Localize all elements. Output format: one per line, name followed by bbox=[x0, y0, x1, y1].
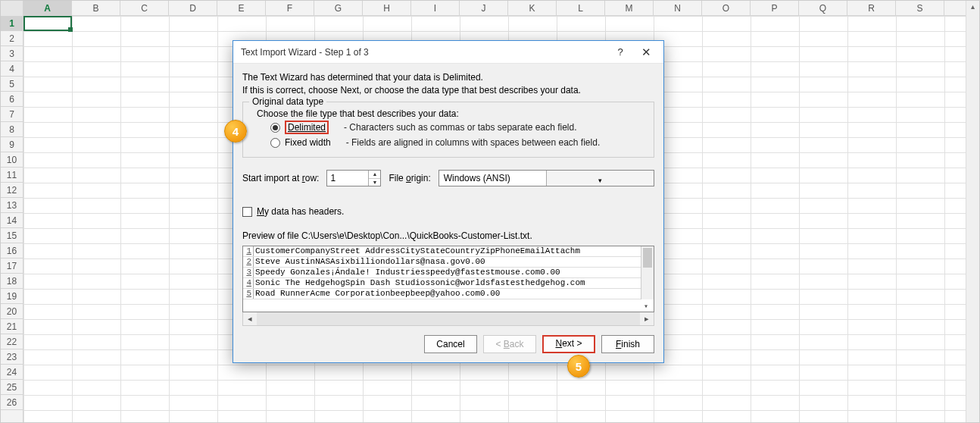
column-header-B[interactable]: B bbox=[72, 1, 120, 15]
cancel-button[interactable]: Cancel bbox=[424, 335, 477, 353]
column-header-I[interactable]: I bbox=[411, 1, 460, 15]
headers-checkbox[interactable] bbox=[242, 207, 252, 217]
radio-delimited-desc: - Characters such as commas or tabs sepa… bbox=[344, 122, 576, 133]
radio-delimited[interactable] bbox=[270, 123, 280, 133]
row-header-16[interactable]: 16 bbox=[1, 243, 23, 258]
row-headers: 1234567891011121314151617181920212223242… bbox=[1, 16, 23, 422]
column-header-G[interactable]: G bbox=[314, 1, 363, 15]
file-origin-label: File origin: bbox=[389, 173, 430, 183]
scroll-right-icon[interactable]: ▸ bbox=[640, 314, 654, 324]
start-row-label: Start import at row: bbox=[242, 173, 319, 183]
row-header-25[interactable]: 25 bbox=[1, 380, 23, 395]
row-header-14[interactable]: 14 bbox=[1, 213, 23, 228]
row-header-10[interactable]: 10 bbox=[1, 152, 23, 168]
row-header-8[interactable]: 8 bbox=[1, 122, 23, 137]
row-header-11[interactable]: 11 bbox=[1, 168, 23, 183]
row-header-15[interactable]: 15 bbox=[1, 228, 23, 243]
column-header-N[interactable]: N bbox=[654, 1, 702, 15]
preview-line: 5Road RunnerAcme Corporationbeepbeep@yah… bbox=[243, 289, 654, 299]
column-header-A[interactable]: A bbox=[23, 1, 72, 15]
dialog-titlebar[interactable]: Text Import Wizard - Step 1 of 3 ? ✕ bbox=[233, 41, 663, 64]
row-header-19[interactable]: 19 bbox=[1, 289, 23, 304]
group-legend: Original data type bbox=[249, 96, 326, 107]
start-row-input[interactable] bbox=[327, 171, 368, 186]
row-header-2[interactable]: 2 bbox=[1, 31, 23, 46]
column-header-S[interactable]: S bbox=[896, 1, 944, 15]
callout-badge-4: 4 bbox=[224, 120, 247, 143]
preview-line: 1CustomerCompanyStreet AddressCityStateC… bbox=[243, 246, 654, 257]
row-header-5[interactable]: 5 bbox=[1, 77, 23, 92]
column-header-L[interactable]: L bbox=[557, 1, 605, 15]
column-header-Q[interactable]: Q bbox=[799, 1, 847, 15]
column-header-R[interactable]: R bbox=[847, 1, 896, 15]
scroll-left-icon[interactable]: ◂ bbox=[243, 314, 257, 324]
finish-button[interactable]: Finish bbox=[601, 335, 654, 353]
row-header-21[interactable]: 21 bbox=[1, 319, 23, 334]
group-hint: Choose the file type that best describes… bbox=[249, 108, 648, 119]
intro-text-2: If this is correct, choose Next, or choo… bbox=[242, 85, 654, 96]
column-headers: ABCDEFGHIJKLMNOPQRS bbox=[1, 1, 979, 16]
radio-delimited-label[interactable]: Delimited bbox=[285, 121, 329, 134]
column-header-H[interactable]: H bbox=[363, 1, 411, 15]
file-origin-combo[interactable]: Windows (ANSI) ▾ bbox=[439, 170, 654, 186]
callout-badge-5: 5 bbox=[567, 355, 590, 378]
scroll-down-icon[interactable]: ▾ bbox=[644, 302, 648, 311]
preview-line: 4Sonic The HedgehogSpin Dash Studiossoni… bbox=[243, 278, 654, 289]
column-header-C[interactable]: C bbox=[120, 1, 169, 15]
text-import-wizard-dialog: Text Import Wizard - Step 1 of 3 ? ✕ The… bbox=[233, 40, 664, 363]
row-header-6[interactable]: 6 bbox=[1, 92, 23, 107]
column-header-E[interactable]: E bbox=[217, 1, 266, 15]
row-header-26[interactable]: 26 bbox=[1, 395, 23, 410]
spinner-up-icon[interactable]: ▲ bbox=[369, 171, 380, 179]
dialog-title: Text Import Wizard - Step 1 of 3 bbox=[241, 47, 607, 58]
column-header-O[interactable]: O bbox=[702, 1, 751, 15]
help-button[interactable]: ? bbox=[607, 46, 633, 58]
scroll-up-icon[interactable]: ▴ bbox=[966, 1, 979, 14]
column-header-M[interactable]: M bbox=[605, 1, 654, 15]
row-header-4[interactable]: 4 bbox=[1, 61, 23, 77]
row-header-12[interactable]: 12 bbox=[1, 183, 23, 198]
row-header-13[interactable]: 13 bbox=[1, 198, 23, 213]
row-header-1[interactable]: 1 bbox=[1, 16, 23, 31]
radio-fixed-desc: - Fields are aligned in columns with spa… bbox=[346, 137, 601, 148]
row-header-9[interactable]: 9 bbox=[1, 137, 23, 152]
column-header-K[interactable]: K bbox=[508, 1, 557, 15]
column-header-D[interactable]: D bbox=[169, 1, 217, 15]
original-data-type-group: Original data type Choose the file type … bbox=[242, 102, 654, 158]
vertical-scrollbar[interactable]: ▴ bbox=[966, 1, 979, 422]
column-header-P[interactable]: P bbox=[751, 1, 799, 15]
preview-vertical-scrollbar[interactable]: ▾ bbox=[641, 246, 654, 299]
headers-checkbox-label[interactable]: My data has headers. bbox=[257, 206, 344, 217]
radio-fixed-label[interactable]: Fixed width bbox=[285, 137, 331, 148]
preview-line: 2Steve AustinNASAsixbilliondollars@nasa.… bbox=[243, 257, 654, 268]
row-header-18[interactable]: 18 bbox=[1, 274, 23, 289]
row-header-22[interactable]: 22 bbox=[1, 334, 23, 349]
spinner-down-icon[interactable]: ▼ bbox=[369, 179, 380, 186]
column-header-J[interactable]: J bbox=[460, 1, 508, 15]
row-header-24[interactable]: 24 bbox=[1, 365, 23, 380]
chevron-down-icon[interactable]: ▾ bbox=[546, 171, 654, 186]
select-all-corner[interactable] bbox=[1, 1, 23, 16]
row-header-7[interactable]: 7 bbox=[1, 107, 23, 122]
back-button: < Back bbox=[483, 335, 536, 353]
next-button[interactable]: Next > bbox=[542, 335, 595, 353]
row-header-17[interactable]: 17 bbox=[1, 258, 23, 274]
row-header-23[interactable]: 23 bbox=[1, 349, 23, 365]
preview-line: 3Speedy Gonzales¡Ándale! Industriesspeed… bbox=[243, 268, 654, 278]
file-origin-value: Windows (ANSI) bbox=[439, 171, 546, 186]
row-header-20[interactable]: 20 bbox=[1, 304, 23, 319]
column-header-F[interactable]: F bbox=[266, 1, 314, 15]
close-button[interactable]: ✕ bbox=[633, 45, 659, 59]
preview-horizontal-scrollbar[interactable]: ◂ ▸ bbox=[242, 312, 654, 326]
row-header-3[interactable]: 3 bbox=[1, 46, 23, 61]
start-row-spinner[interactable]: ▲ ▼ bbox=[326, 170, 381, 186]
intro-text-1: The Text Wizard has determined that your… bbox=[242, 72, 654, 83]
radio-fixed-width[interactable] bbox=[270, 138, 280, 148]
preview-box: 1CustomerCompanyStreet AddressCityStateC… bbox=[242, 246, 654, 312]
preview-label: Preview of file C:\Users\e\Desktop\Con..… bbox=[242, 230, 654, 241]
